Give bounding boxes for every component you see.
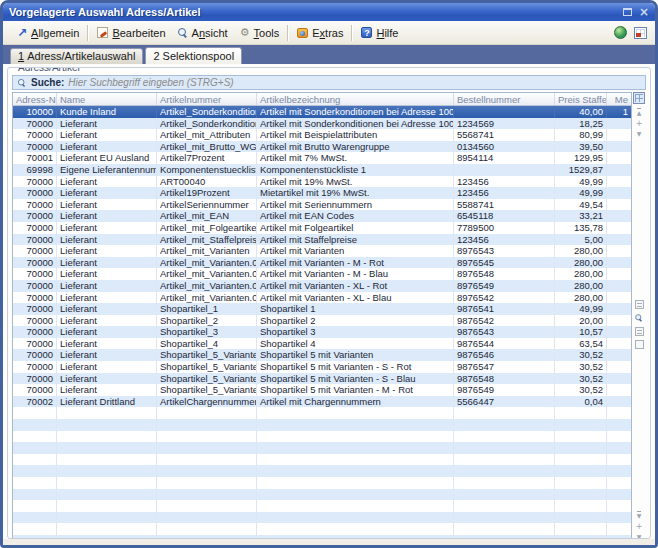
globe-icon[interactable]: [614, 26, 627, 39]
cell-adressnr: [13, 512, 57, 524]
table-row[interactable]: 70000 Lieferant Artikel_mit_Brutto_WGR A…: [13, 141, 631, 153]
table-row[interactable]: 70000 Lieferant Artikel_mit_Varianten.00…: [13, 268, 631, 280]
cell-bestellnummer: [454, 500, 555, 512]
cell-artikelnummer: [157, 512, 257, 524]
column-header-bestellnummer[interactable]: Bestellnummer: [454, 93, 555, 105]
cell-preis: [555, 500, 607, 512]
gear-icon: ⚙: [240, 27, 250, 38]
table-row[interactable]: 70000 Lieferant Artikel_mit_Varianten Ar…: [13, 245, 631, 257]
table-row[interactable]: [13, 512, 631, 524]
cell-name: Lieferant: [57, 384, 157, 396]
column-header-artikelbezeichnung[interactable]: Artikelbezeichnung: [257, 93, 454, 105]
cell-me: [607, 187, 631, 199]
scroll-down-icon[interactable]: ▼: [637, 511, 642, 519]
cell-preis: 280,00: [555, 268, 607, 280]
close-icon[interactable]: ×: [639, 7, 649, 17]
cell-artikelbezeichnung: [257, 477, 454, 489]
table-row[interactable]: [13, 419, 631, 431]
column-chooser-icon[interactable]: [633, 92, 645, 104]
table-row[interactable]: [13, 465, 631, 477]
table-row[interactable]: 70000 Lieferant Artikel_mit_Varianten.00…: [13, 292, 631, 304]
table-row[interactable]: 70000 Lieferant Shopartikel_2 Shopartike…: [13, 315, 631, 327]
tab-adress-artikelauswahl[interactable]: 1 Adress/Artikelauswahl: [10, 48, 143, 64]
table-row[interactable]: 70000 Lieferant Shopartikel_5_Varianten …: [13, 349, 631, 361]
cell-me: [607, 338, 631, 350]
menu-ansicht[interactable]: Ansicht: [172, 25, 234, 41]
lookup-icon[interactable]: [635, 314, 643, 322]
cell-artikelnummer: Artikel7Prozent: [157, 152, 257, 164]
tab-band: 1 Adress/Artikelauswahl 2 Selektionspool: [3, 45, 655, 64]
menu-tools[interactable]: ⚙ Tools: [234, 25, 286, 41]
table-row[interactable]: 69998 Eigene Lieferantennummer-Firma Kom…: [13, 164, 631, 176]
scroll-last-icon[interactable]: ▼: [637, 534, 642, 539]
menu-extras[interactable]: Extras: [291, 25, 349, 41]
table-row[interactable]: 10000 Kunde Inland Artikel_Sonderkonditi…: [13, 106, 631, 118]
table-row[interactable]: 70000 Lieferant Artikel19Prozent Mietart…: [13, 187, 631, 199]
cell-adressnr: 70000: [13, 292, 57, 304]
cell-preis: 63,54: [555, 338, 607, 350]
filter-icon[interactable]: [635, 340, 644, 349]
cell-bestellnummer: [454, 442, 555, 454]
table-row[interactable]: [13, 431, 631, 443]
cell-adressnr: 70000: [13, 303, 57, 315]
titlebar[interactable]: Vorgelagerte Auswahl Adress/Artikel ×: [3, 3, 655, 21]
table-row[interactable]: 70001 Lieferant EU Ausland Artikel7Proze…: [13, 152, 631, 164]
menu-allgemein[interactable]: ↗ Allgemein: [11, 25, 85, 41]
table-row[interactable]: 70000 Lieferant Shopartikel_5_Varianten.…: [13, 384, 631, 396]
cell-me: [607, 512, 631, 524]
insert-row-icon[interactable]: +: [636, 120, 643, 127]
cell-artikelbezeichnung: [257, 523, 454, 535]
column-header-artikelnummer[interactable]: Artikelnummer: [157, 93, 257, 105]
table-row[interactable]: 70000 Lieferant Artikel_Sonderkonditione…: [13, 118, 631, 130]
help-icon: ?: [361, 27, 372, 38]
cell-me: [607, 176, 631, 188]
menu-hilfe[interactable]: ? Hilfe: [355, 25, 404, 41]
scroll-up-icon[interactable]: ▼: [637, 131, 642, 137]
table-row[interactable]: 70000 Lieferant Artikel_mit_Folgeartikel…: [13, 222, 631, 234]
column-header-adressnr[interactable]: Adress-Nr.: [13, 93, 57, 105]
scroll-first-icon[interactable]: ▲: [637, 108, 642, 116]
table-row[interactable]: 70000 Lieferant Artikel_mit_Varianten.00…: [13, 257, 631, 269]
table-row[interactable]: [13, 442, 631, 454]
table-row[interactable]: 70000 Lieferant Shopartikel_3 Shopartike…: [13, 326, 631, 338]
cell-bestellnummer: 123456: [454, 176, 555, 188]
table-row[interactable]: [13, 535, 631, 539]
maximize-icon[interactable]: [623, 8, 632, 16]
table-row[interactable]: 70002 Lieferant Drittland ArtikelChargen…: [13, 396, 631, 408]
table-row[interactable]: 70000 Lieferant Artikel_mit_Varianten.00…: [13, 280, 631, 292]
form-view-icon[interactable]: [635, 327, 644, 336]
table-row[interactable]: 70000 Lieferant Shopartikel_5_Varianten.…: [13, 361, 631, 373]
table-row[interactable]: 70000 Lieferant ART00040 Artikel mit 19%…: [13, 176, 631, 188]
column-header-preis[interactable]: Preis Staffel 1: [555, 93, 607, 105]
cell-preis: 1529,87: [555, 164, 607, 176]
table-row[interactable]: [13, 477, 631, 489]
grid-body: 10000 Kunde Inland Artikel_Sonderkonditi…: [13, 106, 631, 539]
menu-bearbeiten[interactable]: Bearbeiten: [91, 25, 171, 41]
cell-artikelnummer: [157, 431, 257, 443]
table-row[interactable]: [13, 489, 631, 501]
table-row[interactable]: [13, 500, 631, 512]
search-input[interactable]: [68, 77, 641, 88]
cell-preis: [555, 407, 607, 419]
cell-artikelnummer: [157, 454, 257, 466]
table-row[interactable]: 70000 Lieferant Artikel_mit_EAN Artikel …: [13, 210, 631, 222]
cell-bestellnummer: 8976548: [454, 268, 555, 280]
table-icon[interactable]: [634, 27, 647, 39]
table-row[interactable]: 70000 Lieferant Artikel_mit_Staffelpreis…: [13, 234, 631, 246]
table-row[interactable]: 70000 Lieferant Artikel_mit_Attributen A…: [13, 129, 631, 141]
append-row-icon[interactable]: +: [636, 523, 643, 530]
column-header-me[interactable]: Me: [607, 93, 631, 105]
list-icon[interactable]: [635, 300, 644, 309]
cell-artikelbezeichnung: Artikel mit Varianten - XL - Blau: [257, 292, 454, 304]
cell-artikelbezeichnung: [257, 431, 454, 443]
table-row[interactable]: 70000 Lieferant Shopartikel_1 Shopartike…: [13, 303, 631, 315]
table-row[interactable]: [13, 454, 631, 466]
tab-selektionspool[interactable]: 2 Selektionspool: [145, 47, 242, 64]
table-row[interactable]: 70000 Lieferant Shopartikel_4 Shopartike…: [13, 338, 631, 350]
column-header-name[interactable]: Name: [57, 93, 157, 105]
cell-bestellnummer: 8976545: [454, 257, 555, 269]
table-row[interactable]: [13, 407, 631, 419]
table-row[interactable]: [13, 523, 631, 535]
table-row[interactable]: 70000 Lieferant ArtikelSeriennummer Arti…: [13, 199, 631, 211]
table-row[interactable]: 70000 Lieferant Shopartikel_5_Varianten.…: [13, 373, 631, 385]
